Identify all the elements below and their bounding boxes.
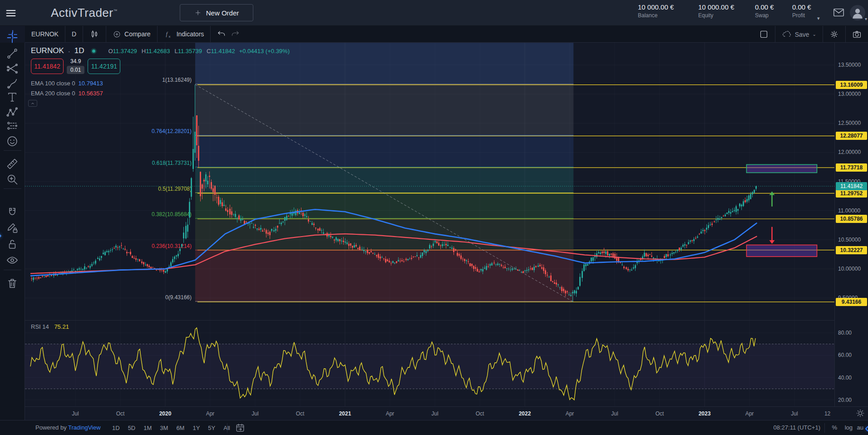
- bottom-separator: [824, 423, 825, 433]
- range-button-3m[interactable]: 3M: [156, 425, 172, 431]
- fib-band: [195, 136, 573, 168]
- time-tick-year: 2021: [339, 410, 351, 417]
- save-button[interactable]: Save ⌄: [775, 26, 823, 43]
- chart-toolbar: EURNOK D Compare fx Indicators Save ⌄: [25, 26, 868, 43]
- time-axis-settings-icon[interactable]: [855, 408, 866, 419]
- camera-icon[interactable]: [846, 26, 868, 43]
- buy-button[interactable]: 11.42191: [88, 59, 120, 74]
- drawing-lock-icon[interactable]: [6, 222, 19, 234]
- save-label: Save: [795, 31, 809, 38]
- compare-button[interactable]: Compare: [106, 26, 157, 43]
- fib-band: [195, 251, 573, 302]
- powered-by: Powered by TradingView: [35, 424, 101, 431]
- trend-line-icon[interactable]: [6, 47, 19, 60]
- auto-scale-button[interactable]: au: [857, 424, 863, 431]
- profit-caret-icon[interactable]: ▾: [817, 15, 820, 21]
- sell-zone-rect[interactable]: [746, 245, 817, 257]
- price-chart[interactable]: [0, 0, 868, 435]
- time-tick: Oct: [656, 410, 664, 417]
- time-tick: Jul: [72, 410, 79, 417]
- rsi-tick: 40.00: [838, 375, 852, 381]
- time-axis[interactable]: JulOct2020AprJulOct2021AprJulOct2022AprJ…: [0, 406, 868, 420]
- indicators-label: Indicators: [177, 30, 204, 38]
- sell-button[interactable]: 11.41842: [31, 59, 64, 74]
- clock[interactable]: 08:27:11 (UTC+1): [774, 424, 820, 431]
- account-stat-equity: 10 000.00 €Equity: [698, 3, 734, 19]
- position-tool-icon[interactable]: [6, 119, 19, 132]
- eye-icon[interactable]: [6, 254, 19, 267]
- watchlist-expand-chevron-icon[interactable]: ›: [0, 226, 2, 243]
- app-logo: ActivTrader™: [51, 6, 118, 20]
- time-tick: Jul: [431, 410, 438, 417]
- time-tick-year: 2023: [699, 410, 711, 417]
- range-button-5d[interactable]: 5D: [124, 425, 140, 431]
- log-scale-button[interactable]: log: [845, 424, 853, 431]
- price-axis[interactable]: 13.5000013.0000012.5000012.0000011.50000…: [834, 43, 868, 420]
- stat-value: 10 000.00 €: [638, 3, 674, 11]
- go-to-date-icon[interactable]: [235, 423, 246, 433]
- emoji-icon[interactable]: [6, 135, 19, 148]
- brush-icon[interactable]: [6, 77, 19, 90]
- time-tick: 12: [824, 410, 830, 417]
- fib-lines-icon[interactable]: [6, 62, 19, 75]
- avatar[interactable]: [850, 5, 865, 20]
- stat-label: Profit: [792, 12, 811, 19]
- time-tick: Jul: [252, 410, 258, 417]
- save-caret-icon: ⌄: [813, 32, 816, 37]
- compare-label: Compare: [124, 30, 151, 38]
- trash-icon[interactable]: [6, 277, 19, 290]
- price-pane[interactable]: [25, 43, 834, 302]
- price-tick: 13.50000: [838, 62, 861, 68]
- cloud-save-icon: [782, 30, 792, 40]
- range-button-1m[interactable]: 1M: [139, 425, 156, 431]
- range-buttons: 1D5D1M3M6M1Y5YAll: [108, 420, 234, 435]
- avatar-caret-icon[interactable]: ▾: [865, 16, 867, 21]
- alert-price-badge: 10.32227: [836, 246, 867, 254]
- new-order-button[interactable]: New Order: [180, 4, 253, 21]
- rsi-tick: 80.00: [838, 330, 852, 336]
- time-tick: Jul: [611, 410, 618, 417]
- legend-collapse-button[interactable]: [28, 100, 37, 107]
- xabcd-pattern-icon[interactable]: [6, 106, 19, 119]
- buy-zone-rect[interactable]: [746, 164, 817, 173]
- time-tick: Jul: [791, 410, 798, 417]
- magnet-icon[interactable]: [6, 206, 19, 219]
- price-tick: 10.00000: [838, 266, 861, 272]
- alert-price-badge: 10.85786: [836, 215, 867, 223]
- bottom-separator: [227, 423, 227, 433]
- bottom-bar: Powered by TradingView 1D5D1M3M6M1Y5YAll…: [0, 420, 868, 435]
- stat-value: 0.00 €: [755, 3, 774, 11]
- zoom-in-icon[interactable]: [6, 173, 19, 186]
- stat-value: 10 000.00 €: [698, 3, 734, 11]
- time-tick-year: 2022: [519, 410, 531, 417]
- mail-icon[interactable]: [833, 6, 845, 19]
- app-logo-text: ActivTrader: [51, 6, 113, 20]
- symbol-selector[interactable]: EURNOK: [25, 26, 65, 43]
- alert-price-badge: 13.16009: [836, 81, 867, 89]
- interval-selector[interactable]: D: [65, 26, 83, 43]
- lock-icon[interactable]: [6, 238, 19, 251]
- stat-label: Swap: [755, 12, 774, 19]
- indicators-button[interactable]: fx Indicators: [158, 26, 211, 43]
- text-tool-icon[interactable]: [6, 91, 19, 104]
- range-button-1d[interactable]: 1D: [108, 425, 124, 431]
- rsi-pane[interactable]: [25, 328, 834, 400]
- redo-icon[interactable]: [224, 26, 246, 43]
- function-fx-icon: fx: [164, 30, 173, 39]
- range-button-5y[interactable]: 5Y: [204, 425, 219, 431]
- app-logo-tm: ™: [113, 9, 118, 13]
- ruler-icon[interactable]: [6, 158, 19, 170]
- range-button-1y[interactable]: 1Y: [188, 425, 204, 431]
- crosshair-tool-icon[interactable]: [0, 26, 25, 43]
- fib-band: [195, 168, 573, 193]
- chart-style-icon[interactable]: [83, 26, 106, 43]
- gear-icon[interactable]: [823, 26, 845, 43]
- tradingview-link[interactable]: TradingView: [68, 424, 101, 431]
- percent-scale-button[interactable]: %: [832, 424, 837, 431]
- alert-price-badge: 11.29752: [836, 189, 867, 198]
- range-button-6m[interactable]: 6M: [172, 425, 188, 431]
- panel-collapse-chevron-icon[interactable]: ‹: [865, 420, 868, 435]
- layout-icon[interactable]: [753, 26, 775, 43]
- alert-price-badge: 9.43166: [836, 298, 867, 306]
- hamburger-menu-icon[interactable]: [5, 7, 17, 20]
